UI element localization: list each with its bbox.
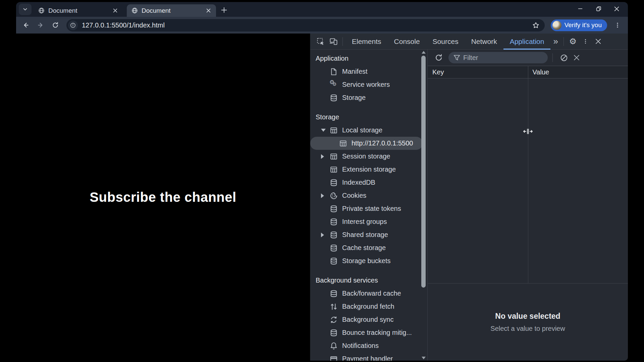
browser-tab-1[interactable]: Document: [34, 4, 123, 17]
tab-application[interactable]: Application: [503, 34, 551, 50]
sidebar-item-local-storage[interactable]: Local storage: [310, 124, 427, 137]
fetch-arrows-icon: [330, 303, 338, 311]
reload-button[interactable]: [49, 19, 62, 32]
filter-input-wrap: [448, 52, 548, 63]
kebab-menu-icon: [583, 39, 588, 44]
restore-icon: [596, 6, 601, 12]
close-icon: [113, 8, 117, 13]
sidebar-scrollbar[interactable]: [421, 50, 426, 360]
divider: [564, 37, 564, 46]
sidebar-item-manifest[interactable]: Manifest: [310, 65, 427, 78]
scrollbar-thumb[interactable]: [421, 56, 426, 288]
collapse-arrow-icon[interactable]: [321, 193, 324, 198]
sidebar-item-shared-storage[interactable]: Shared storage: [310, 228, 427, 241]
back-icon: [22, 21, 30, 29]
profile-avatar: [552, 21, 561, 30]
devtools-menu-button[interactable]: [579, 35, 592, 48]
tab-console[interactable]: Console: [388, 34, 426, 50]
forward-button[interactable]: [34, 19, 47, 32]
collapse-arrow-icon[interactable]: [321, 154, 324, 159]
forward-icon: [37, 21, 44, 29]
sidebar-item-label: Cache storage: [342, 244, 386, 252]
sidebar-item-bounce-tracking[interactable]: Bounce tracking mitig...: [310, 326, 427, 339]
sidebar-item-label: Session storage: [342, 153, 390, 160]
document-icon: [330, 68, 338, 76]
divider: [342, 37, 343, 46]
minimize-button[interactable]: [574, 3, 587, 14]
sidebar-item-extension-storage[interactable]: Extension storage: [310, 163, 427, 176]
window-controls: [574, 2, 623, 15]
storage-toolbar: [428, 50, 628, 66]
sidebar-item-local-storage-origin[interactable]: http://127.0.0.1:5500: [310, 137, 423, 150]
table-icon: [339, 139, 347, 147]
sidebar-item-service-workers[interactable]: ⚙⚙ Service workers: [310, 78, 427, 91]
database-icon: [330, 231, 338, 239]
back-button[interactable]: [19, 19, 32, 32]
url-text[interactable]: 127.0.0.1:5500/1/index.html: [82, 21, 531, 29]
clear-all-button[interactable]: [557, 51, 570, 64]
more-panels-button[interactable]: »: [550, 36, 560, 47]
devtools-close-button[interactable]: [592, 35, 605, 48]
browser-tab-2-active[interactable]: Document: [127, 4, 216, 17]
reload-icon: [52, 21, 59, 29]
sidebar-item-private-state-tokens[interactable]: Private state tokens: [310, 202, 427, 215]
table-icon: [330, 166, 338, 174]
sidebar-item-payment-handler[interactable]: Payment handler: [310, 352, 427, 361]
verify-label: Verify it's you: [565, 21, 602, 29]
delete-selected-button[interactable]: [570, 51, 583, 64]
scroll-down-arrow[interactable]: [422, 357, 426, 359]
filter-input[interactable]: [448, 52, 548, 63]
sidebar-item-indexeddb[interactable]: IndexedDB: [310, 176, 427, 189]
devtools-settings-button[interactable]: ⚙: [567, 35, 579, 48]
verify-profile-button[interactable]: Verify it's you: [551, 19, 607, 31]
column-divider[interactable]: [528, 66, 528, 78]
tab-network[interactable]: Network: [465, 34, 503, 50]
inspect-element-button[interactable]: [314, 35, 327, 48]
sidebar-item-back-forward-cache[interactable]: Back/forward cache: [310, 287, 427, 300]
refresh-button[interactable]: [432, 51, 445, 64]
sidebar-item-label: Service workers: [342, 81, 390, 88]
sidebar-item-label: Back/forward cache: [342, 290, 401, 297]
sidebar-item-label: Storage buckets: [342, 257, 391, 265]
scroll-up-arrow[interactable]: [422, 51, 426, 54]
browser-menu-button[interactable]: [612, 19, 623, 31]
info-icon: [70, 22, 76, 28]
site-info-button[interactable]: [68, 20, 78, 30]
sidebar-item-cookies[interactable]: Cookies: [310, 189, 427, 202]
tab-close-button[interactable]: [204, 6, 213, 15]
sidebar-item-session-storage[interactable]: Session storage: [310, 150, 427, 163]
sidebar-item-label: Manifest: [342, 68, 368, 75]
sidebar-item-notifications[interactable]: Notifications: [310, 339, 427, 352]
close-window-button[interactable]: [610, 3, 623, 14]
bookmark-star-button[interactable]: [531, 20, 541, 31]
tab-sources[interactable]: Sources: [426, 34, 465, 50]
column-divider[interactable]: [528, 78, 528, 283]
restore-button[interactable]: [592, 3, 605, 14]
sidebar-item-interest-groups[interactable]: Interest groups: [310, 215, 427, 228]
table-icon: [330, 126, 338, 134]
close-icon: [573, 54, 580, 61]
tab-elements[interactable]: Elements: [345, 34, 388, 50]
address-bar[interactable]: 127.0.0.1:5500/1/index.html: [66, 19, 545, 32]
tab-close-button[interactable]: [111, 6, 119, 15]
collapse-arrow-icon[interactable]: [321, 233, 324, 237]
section-storage: Storage: [310, 110, 427, 124]
sidebar-item-storage-buckets[interactable]: Storage buckets: [310, 254, 427, 267]
block-icon: [560, 54, 568, 62]
tab-search-button[interactable]: [19, 4, 32, 15]
device-toolbar-button[interactable]: [327, 35, 340, 48]
value-column-header[interactable]: Value: [528, 68, 549, 76]
sidebar-item-storage[interactable]: Storage: [310, 91, 427, 104]
sidebar-item-background-fetch[interactable]: Background fetch: [310, 300, 427, 313]
sidebar-item-cache-storage[interactable]: Cache storage: [310, 241, 427, 254]
new-tab-button[interactable]: [218, 4, 230, 16]
sidebar-item-label: Notifications: [342, 342, 379, 350]
key-column-header[interactable]: Key: [428, 68, 444, 76]
devtools-panel: Elements Console Sources Network Applica…: [310, 34, 628, 361]
expand-arrow-icon[interactable]: [321, 129, 326, 132]
sidebar-item-background-sync[interactable]: Background sync: [310, 313, 427, 326]
service-workers-icon: ⚙⚙: [330, 81, 338, 89]
device-toolbar-icon: [329, 37, 338, 46]
sidebar-item-label: Storage: [342, 94, 366, 102]
section-background-services: Background services: [310, 274, 427, 287]
